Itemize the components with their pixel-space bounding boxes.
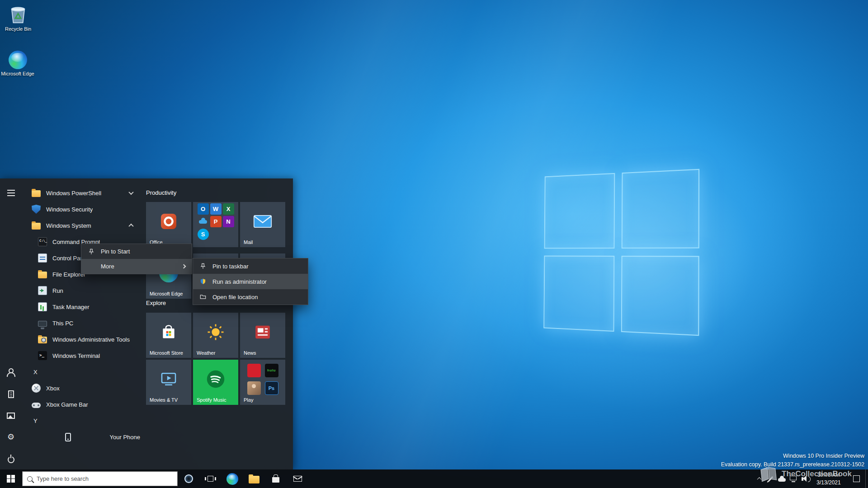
chevron-up-icon — [128, 224, 133, 229]
system-tray: 10:08 AM 3/13/2021 — [754, 469, 868, 488]
task-view-button[interactable] — [199, 469, 221, 488]
folder-icon — [32, 190, 41, 197]
uac-shield-icon — [199, 278, 207, 285]
start-rail-power-button[interactable] — [0, 448, 22, 469]
onedrive-tray-button[interactable] — [776, 469, 788, 488]
context-menu-pin-to-start[interactable]: Pin to Start — [81, 244, 192, 259]
search-input[interactable] — [37, 475, 173, 482]
tile-mail[interactable]: Mail — [240, 202, 285, 247]
app-label: Windows PowerShell — [46, 190, 101, 197]
tile-spotify-music[interactable]: Spotify Music — [193, 360, 238, 405]
app-item-your-phone[interactable]: Your Phone — [22, 429, 143, 445]
action-center-button[interactable] — [847, 469, 865, 488]
app-item-this-pc[interactable]: This PC — [22, 315, 143, 331]
weather-icon — [193, 313, 238, 352]
start-rail-pictures-button[interactable] — [0, 405, 22, 427]
store-icon — [160, 324, 177, 341]
news-icon — [240, 313, 285, 352]
submenu-run-as-administrator[interactable]: Run as administrator — [193, 274, 308, 289]
hidden-icons-button[interactable] — [754, 469, 765, 488]
app-label: This PC — [52, 320, 73, 327]
store-icon — [146, 313, 191, 352]
tile-weather[interactable]: Weather — [193, 313, 238, 358]
admin-tools-icon — [38, 337, 47, 343]
app-item-windows-system[interactable]: Windows System — [22, 217, 143, 234]
context-menu: Pin to Start More — [81, 244, 192, 274]
submenu-pin-to-taskbar[interactable]: Pin to taskbar — [193, 258, 308, 274]
app-item-windows-security[interactable]: Windows Security — [22, 201, 143, 217]
office-apps-group-tile — [193, 202, 238, 241]
app-item-windows-administrative-tools[interactable]: Windows Administrative Tools — [22, 331, 143, 347]
app-label: Windows Security — [46, 206, 93, 213]
windows-logo-pane — [621, 256, 699, 336]
tile-movies-tv[interactable]: Movies & TV — [146, 360, 191, 405]
taskbar-clock[interactable]: 10:08 AM 3/13/2021 — [810, 471, 847, 486]
show-desktop-button[interactable] — [865, 469, 868, 488]
desktop-icon-microsoft-edge[interactable]: Microsoft Edge — [0, 51, 37, 77]
app-item-windows-terminal[interactable]: Windows Terminal — [22, 347, 143, 364]
news-icon — [254, 324, 271, 341]
cortana-button[interactable] — [178, 469, 199, 488]
tile-news[interactable]: News — [240, 313, 285, 358]
start-rail-settings-button[interactable]: ⚙ — [0, 426, 22, 448]
clock-date: 3/13/2021 — [816, 479, 840, 486]
mail-icon — [253, 215, 272, 228]
tile-group-title-productivity[interactable]: Productivity — [146, 189, 176, 196]
search-icon — [27, 476, 33, 482]
app-label: Xbox Game Bar — [46, 401, 88, 408]
app-item-task-manager[interactable]: Task Manager — [22, 299, 143, 315]
tile-group-title-explore[interactable]: Explore — [146, 300, 166, 306]
tile-play-group[interactable]: Play — [240, 360, 285, 405]
pictures-icon — [7, 413, 15, 419]
start-menu: ⚙ Windows PowerShell Windows Security Wi… — [0, 178, 293, 470]
taskbar-search[interactable] — [22, 471, 178, 486]
pin-icon — [199, 263, 207, 270]
context-menu-more[interactable]: More — [81, 259, 192, 274]
menu-item-label: More — [101, 263, 114, 270]
app-item-xbox-game-bar[interactable]: Xbox Game Bar — [22, 396, 143, 413]
excel-icon — [223, 203, 234, 215]
start-rail-documents-button[interactable] — [0, 383, 22, 405]
desktop-icon-recycle-bin[interactable]: Recycle Bin — [0, 4, 37, 32]
app-item-windows-powershell[interactable]: Windows PowerShell — [22, 185, 143, 201]
menu-item-label: Pin to taskbar — [212, 263, 249, 270]
volume-tray-button[interactable] — [799, 469, 810, 488]
tile-label: Play — [244, 397, 283, 403]
app-section-x[interactable]: X — [22, 364, 143, 380]
app-item-run[interactable]: Run — [22, 282, 143, 299]
action-center-icon — [853, 475, 860, 482]
chevron-up-icon — [757, 477, 762, 482]
app-section-y[interactable]: Y — [22, 413, 143, 429]
taskbar-file-explorer-button[interactable] — [243, 469, 265, 488]
onedrive-icon — [198, 216, 209, 227]
run-icon — [38, 286, 47, 295]
onenote-icon — [223, 216, 234, 227]
pen-tray-button[interactable] — [765, 469, 776, 488]
tile-label: Mail — [244, 239, 283, 245]
taskbar-edge-button[interactable] — [222, 469, 243, 488]
game-bar-icon — [32, 403, 41, 408]
evaluation-watermark: Windows 10 Pro Insider Preview Evaluatio… — [721, 452, 864, 469]
mail-icon — [240, 202, 285, 241]
phone-icon — [65, 433, 71, 441]
start-button[interactable] — [0, 469, 22, 488]
start-rail-expand-button[interactable] — [0, 182, 22, 204]
tile-office[interactable]: Office — [146, 202, 191, 247]
pin-icon — [88, 248, 95, 255]
edge-icon — [9, 51, 27, 69]
taskbar-store-button[interactable] — [265, 469, 287, 488]
taskbar-mail-button[interactable] — [287, 469, 308, 488]
network-tray-button[interactable] — [788, 469, 799, 488]
tile-office-apps-group[interactable] — [193, 202, 238, 247]
shield-icon — [32, 205, 41, 214]
this-pc-icon — [38, 321, 47, 327]
watermark-line-2: Evaluation copy. Build 21337.rs_prerelea… — [721, 460, 864, 469]
menu-item-label: Run as administrator — [212, 278, 267, 285]
tile-microsoft-store[interactable]: Microsoft Store — [146, 313, 191, 358]
start-rail-user-button[interactable] — [0, 361, 22, 383]
office-icon — [159, 211, 179, 231]
volume-icon — [802, 477, 803, 481]
spotify-icon — [193, 360, 238, 399]
submenu-open-file-location[interactable]: Open file location — [193, 289, 308, 305]
app-item-xbox[interactable]: Xbox — [22, 380, 143, 396]
